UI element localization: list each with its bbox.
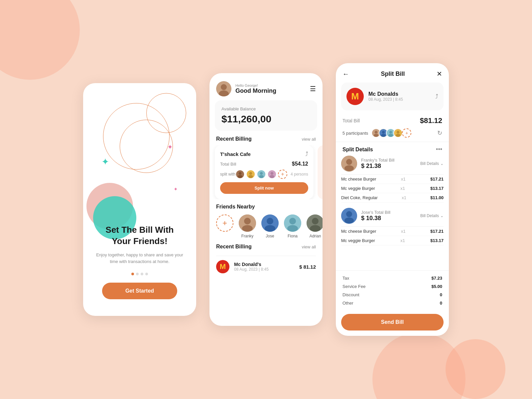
friend-avatar-jose — [261, 214, 279, 232]
jose-bill-label: Jose's Total Bill — [361, 210, 416, 215]
add-friend-circle[interactable]: + — [216, 214, 233, 232]
item-price: $11.00 — [430, 195, 444, 200]
dot-2 — [136, 273, 139, 275]
svg-point-41 — [344, 165, 354, 171]
jose-bill-details-btn[interactable]: Bill Details ⌄ — [420, 213, 444, 218]
fee-value-tax: $7.23 — [431, 276, 442, 281]
onboarding-title: Set The Bill WithYour Friends! — [106, 224, 174, 247]
ring-3 — [146, 93, 186, 133]
recent-billing-header-2: Recent Billing view all — [209, 241, 323, 253]
back-button[interactable]: ← — [342, 70, 349, 78]
fee-label-service: Service Fee — [342, 284, 365, 289]
fee-service: Service Fee $5.00 — [342, 282, 442, 291]
svg-point-23 — [287, 225, 298, 232]
total-amount: $81.12 — [420, 116, 442, 125]
person-info-franky: Franky's Total Bill $ 21.38 — [361, 158, 416, 170]
svg-point-17 — [242, 225, 253, 232]
share-icon[interactable]: ⤴ — [305, 151, 308, 158]
person-bill-franky: Franky's Total Bill $ 21.38 Bill Details… — [341, 156, 444, 202]
svg-point-28 — [375, 131, 378, 134]
friend-item-fiona[interactable]: Fiona — [284, 214, 301, 238]
chevron-down-icon: ⌄ — [440, 213, 444, 218]
split-bill-nav: ← Split Bill ✕ — [336, 63, 449, 82]
add-participant-btn[interactable]: + — [278, 170, 287, 179]
item-price: $17.21 — [430, 177, 444, 182]
view-all-billing-2[interactable]: view all — [302, 244, 316, 249]
split-now-button[interactable]: Split now — [220, 182, 308, 194]
total-label: Total Bill — [342, 118, 360, 123]
friend-item-jose[interactable]: Jose — [261, 214, 279, 238]
balance-amount: $11,260,00 — [221, 113, 311, 125]
restaurant-logo: M — [346, 88, 364, 105]
more-options-icon[interactable]: ••• — [436, 146, 442, 153]
fee-tax: Tax $7.23 — [342, 274, 442, 282]
billing-avatar-1 — [235, 170, 245, 179]
refresh-icon[interactable]: ↻ — [437, 129, 442, 137]
friend-avatar-franky — [239, 214, 256, 232]
franky-bill-label: Franky's Total Bill — [361, 158, 416, 163]
view-all-billing[interactable]: view all — [302, 137, 316, 142]
dot-1 — [131, 273, 134, 275]
franky-bill-items: Mc cheese Burger x1 $17.21 Mc veggie Bur… — [341, 174, 444, 202]
billing-total-label: Total Bill — [220, 162, 236, 167]
send-bill-button[interactable]: Send Bill — [341, 314, 444, 331]
billing-split-row: split with + 4 persons — [220, 170, 308, 179]
svg-point-13 — [271, 172, 274, 175]
total-row: Total Bill $81.12 — [342, 116, 442, 125]
item-price: $13.17 — [430, 238, 444, 243]
hamburger-menu-icon[interactable]: ☰ — [310, 85, 316, 93]
recent-item-mcdonalds[interactable]: M Mc Donald's 08 Aug, 2023 | 8:45 $ 81.1… — [216, 256, 316, 277]
svg-point-5 — [238, 175, 242, 178]
svg-point-20 — [265, 225, 275, 232]
svg-point-37 — [397, 131, 400, 134]
ring-2 — [120, 120, 173, 173]
circle-pink — [86, 183, 133, 229]
svg-point-43 — [346, 211, 352, 217]
split-details-header: Split Details ••• — [336, 142, 449, 156]
greeting-sub: Hello George! — [235, 83, 276, 87]
pagination-dots — [131, 273, 148, 275]
item-name: Mc cheese Burger — [341, 229, 376, 234]
screen-onboarding: ✦ ✦ ✦ Set The Bill WithYour Friends! Enj… — [83, 83, 196, 316]
friend-name-jose: Jose — [266, 234, 274, 238]
friend-name-fiona: Fiona — [288, 234, 298, 238]
item-qty: x1 — [402, 195, 406, 200]
recent-item-name: Mc Donald's — [234, 262, 295, 267]
add-participant-split-btn[interactable]: + — [402, 128, 411, 138]
home-header: Hello George! Good Morning ☰ — [209, 73, 323, 100]
total-section: Total Bill $81.12 5 participants + — [336, 115, 449, 142]
svg-point-44 — [344, 217, 354, 223]
fee-label-other: Other — [342, 301, 353, 306]
friend-item-franky[interactable]: Franky — [239, 214, 256, 238]
svg-point-7 — [249, 172, 252, 175]
split-bill-title: Split Bill — [381, 70, 405, 77]
billing-card-header: T'shack Cafe ⤴ — [220, 151, 308, 158]
chevron-down-icon: ⌄ — [440, 161, 444, 166]
friends-nearby-section: Friends Nearby + Franky Jose — [209, 199, 323, 241]
franky-item-2: Mc veggie Burger x1 $13.17 — [341, 184, 444, 193]
svg-point-32 — [381, 134, 386, 137]
get-started-button[interactable]: Get Started — [102, 283, 177, 299]
restaurant-date: 08 Aug, 2023 | 8:45 — [368, 97, 431, 102]
recent-item-amount: $ 81.12 — [299, 264, 316, 270]
person-avatar-jose — [341, 208, 357, 224]
person-bill-header-franky: Franky's Total Bill $ 21.38 Bill Details… — [341, 156, 444, 172]
split-details-scroll[interactable]: Franky's Total Bill $ 21.38 Bill Details… — [336, 156, 449, 270]
billing-place: T'shack Cafe — [220, 151, 251, 157]
franky-total: $ 21.38 — [361, 163, 416, 170]
billing-avatar-4 — [267, 170, 277, 179]
participants-label: 5 participants — [342, 131, 368, 136]
item-name: Diet Coke, Regular — [341, 195, 378, 200]
svg-point-31 — [382, 131, 385, 134]
franky-bill-details-btn[interactable]: Bill Details ⌄ — [420, 161, 444, 166]
friend-item-adrian[interactable]: Adrian — [307, 214, 323, 238]
restaurant-name: Mc Donalds — [368, 91, 431, 97]
billing-scroll: T'shack Cafe ⤴ Total Bill $54.12 split w… — [209, 145, 323, 199]
close-button[interactable]: ✕ — [437, 70, 442, 78]
split-details-title: Split Details — [342, 147, 373, 153]
restaurant-share-icon[interactable]: ⤴ — [435, 93, 438, 100]
svg-point-34 — [389, 131, 392, 134]
fee-value-discount: 0 — [440, 292, 442, 297]
svg-point-29 — [374, 134, 378, 137]
add-friend-btn[interactable]: + — [216, 214, 233, 232]
